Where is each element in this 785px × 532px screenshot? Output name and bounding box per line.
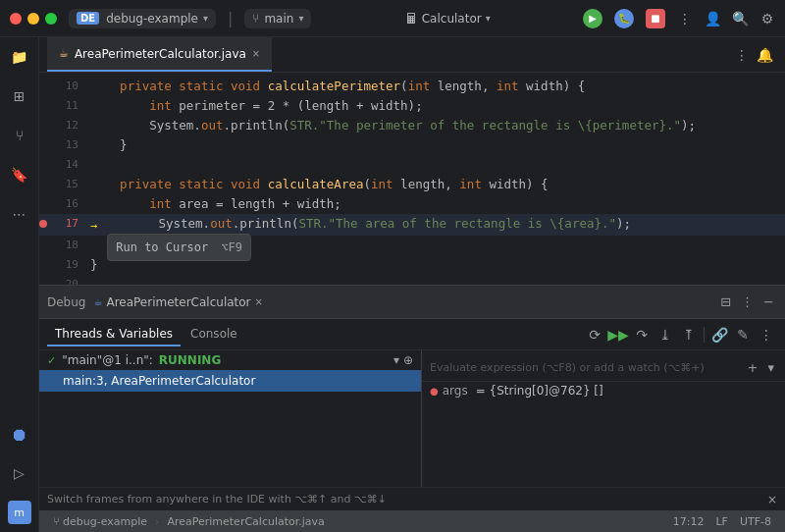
code-line-17: 17 → System.out.println(STR."The area of… xyxy=(39,214,785,236)
code-line-15: 15 private static void calculateArea(int… xyxy=(39,175,785,194)
variable-args[interactable]: ● args = {String[0]@762} [] xyxy=(422,382,785,399)
editor-area: ☕ AreaPerimeterCalculator.java × ⋮ 🔔 10 … xyxy=(39,37,785,532)
status-position[interactable]: 17:12 xyxy=(667,515,710,528)
thread-check-icon: ✓ xyxy=(47,354,56,367)
activity-vcs-icon[interactable]: ⑂ xyxy=(8,124,31,147)
activity-run2-icon[interactable]: ▷ xyxy=(8,461,31,485)
evaluate-bar[interactable]: Evaluate expression (⌥F8) or add a watch… xyxy=(422,354,785,382)
line-content-10: private static void calculatePerimeter(i… xyxy=(90,77,785,96)
activity-more-icon[interactable]: ⋯ xyxy=(8,202,31,226)
branch-name: main xyxy=(264,12,293,26)
position-text: 17:12 xyxy=(673,515,705,528)
project-selector[interactable]: DE debug-example ▾ xyxy=(69,9,216,28)
stop-button[interactable]: ■ xyxy=(646,9,665,28)
main-layout: 📁 ⊞ ⑂ 🔖 ⋯ ⏺ ▷ m ☕ AreaPerimeterCalculato… xyxy=(0,37,785,532)
link-button[interactable]: 🔗 xyxy=(708,324,730,346)
minimize-button[interactable] xyxy=(27,13,39,25)
titlebar-right: ▶ 🐛 ■ ⋮ 👤 🔍 ⚙ xyxy=(583,9,775,28)
debug-session-tab[interactable]: ☕ AreaPerimeterCalculator × xyxy=(93,295,262,309)
branch-selector[interactable]: ⑂ main ▾ xyxy=(244,9,311,28)
step-into-button[interactable]: ⤓ xyxy=(654,324,676,346)
debug-content: ✓ "main"@1 i..n": RUNNING ▾ ⊕ main:3, Ar… xyxy=(39,350,785,487)
edit-button[interactable]: ✎ xyxy=(732,324,754,346)
code-line-16: 16 int area = length + width; xyxy=(39,194,785,214)
activity-bottom-icon[interactable]: m xyxy=(8,501,31,524)
eval-dropdown-icon[interactable]: ▾ xyxy=(764,360,777,375)
line-content-11: int perimeter = 2 * (length + width); xyxy=(90,96,785,116)
variable-name: args xyxy=(443,384,468,398)
status-file-name: AreaPerimeterCalculator.java xyxy=(167,515,324,528)
info-close-button[interactable]: × xyxy=(767,493,777,506)
line-num-18: 18 xyxy=(51,236,90,255)
activity-folder-icon[interactable]: 📁 xyxy=(8,45,31,69)
bell-icon[interactable]: 🔔 xyxy=(753,47,777,63)
variable-value: = {String[0]@762} [] xyxy=(476,384,603,398)
git-branch: debug-example xyxy=(63,515,147,528)
line-content-17: System.out.println(STR."The area of the … xyxy=(99,216,631,231)
maximize-button[interactable] xyxy=(45,13,57,25)
debug-button[interactable]: 🐛 xyxy=(614,9,634,28)
line-num-15: 15 xyxy=(51,175,90,194)
tab-file[interactable]: ☕ AreaPerimeterCalculator.java × xyxy=(47,37,272,72)
status-encoding[interactable]: LF xyxy=(709,515,733,528)
status-git[interactable]: ⑂ debug-example xyxy=(47,515,153,528)
more-button[interactable]: ⋮ xyxy=(677,11,693,27)
threads-panel: ✓ "main"@1 i..n": RUNNING ▾ ⊕ main:3, Ar… xyxy=(39,350,422,487)
thread-item-main[interactable]: ✓ "main"@1 i..n": RUNNING ▾ ⊕ xyxy=(39,350,421,370)
tab-more-icon[interactable]: ⋮ xyxy=(731,47,753,63)
session-icon: ☕ xyxy=(93,296,102,307)
thread-filter-controls: ▾ ⊕ xyxy=(393,353,413,367)
tab-bar: ☕ AreaPerimeterCalculator.java × ⋮ 🔔 xyxy=(39,37,785,73)
charset-text: UTF-8 xyxy=(740,515,771,528)
step-out-button[interactable]: ⤒ xyxy=(678,324,700,346)
tab-console[interactable]: Console xyxy=(183,323,245,346)
activity-structure-icon[interactable]: ⊞ xyxy=(8,84,31,108)
rerun-button[interactable]: ⟳ xyxy=(584,324,605,346)
expand-icon[interactable]: ⊕ xyxy=(403,353,413,367)
tab-threads-variables[interactable]: Threads & Variables xyxy=(47,323,181,346)
line-num-10: 10 xyxy=(51,77,90,96)
tab-close-button[interactable]: × xyxy=(252,48,260,59)
filter-icon[interactable]: ▾ xyxy=(393,353,399,367)
step-over-button[interactable]: ↷ xyxy=(631,324,653,346)
more-debug-button[interactable]: ⋮ xyxy=(756,324,777,346)
search-icon[interactable]: 🔍 xyxy=(732,11,748,27)
resume-button[interactable]: ▶▶ xyxy=(607,324,629,346)
status-bar: ⑂ debug-example › AreaPerimeterCalculato… xyxy=(39,510,785,532)
de-badge: DE xyxy=(77,12,99,25)
frame-item-main[interactable]: main:3, AreaPerimeterCalculator xyxy=(39,370,421,392)
settings-icon[interactable]: ⚙ xyxy=(759,11,775,27)
line-content-18: } xyxy=(90,236,785,255)
line-num-12: 12 xyxy=(51,116,90,135)
line-num-19: 19 xyxy=(51,255,90,275)
session-close-button[interactable]: × xyxy=(255,296,263,307)
profile-icon[interactable]: 👤 xyxy=(705,11,720,27)
activity-bar: 📁 ⊞ ⑂ 🔖 ⋯ ⏺ ▷ m xyxy=(0,37,39,532)
code-lines: 10 private static void calculatePerimete… xyxy=(39,73,785,285)
encoding-text: LF xyxy=(715,515,727,528)
code-editor[interactable]: 10 private static void calculatePerimete… xyxy=(39,73,785,285)
status-charset[interactable]: UTF-8 xyxy=(734,515,777,528)
add-watch-icon[interactable]: + xyxy=(745,360,761,375)
close-button[interactable] xyxy=(10,13,22,25)
code-line-13: 13 } xyxy=(39,135,785,155)
debug-close-icon[interactable]: − xyxy=(760,294,777,309)
code-line-10: 10 private static void calculatePerimete… xyxy=(39,77,785,96)
status-file[interactable]: AreaPerimeterCalculator.java xyxy=(161,515,330,528)
code-line-18: 18 } xyxy=(39,236,785,255)
line-num-13: 13 xyxy=(51,135,90,155)
line-num-17: 17 xyxy=(51,214,90,234)
debug-panel: Debug ☕ AreaPerimeterCalculator × ⊟ ⋮ − … xyxy=(39,285,785,510)
line-num-20: 20 xyxy=(51,275,90,285)
line-num-14: 14 xyxy=(51,155,90,175)
activity-debug-active-icon[interactable]: ⏺ xyxy=(8,422,31,446)
activity-bookmark-icon[interactable]: 🔖 xyxy=(8,163,31,186)
run-button[interactable]: ▶ xyxy=(583,9,602,28)
info-text: Switch frames from anywhere in the IDE w… xyxy=(47,493,387,505)
debug-label: Debug xyxy=(47,295,85,309)
line-content-13: } xyxy=(90,135,785,155)
debug-layout-icon[interactable]: ⊟ xyxy=(717,294,734,309)
debug-settings-icon[interactable]: ⋮ xyxy=(738,294,757,309)
info-bar: Switch frames from anywhere in the IDE w… xyxy=(39,487,785,510)
line-num-11: 11 xyxy=(51,96,90,116)
